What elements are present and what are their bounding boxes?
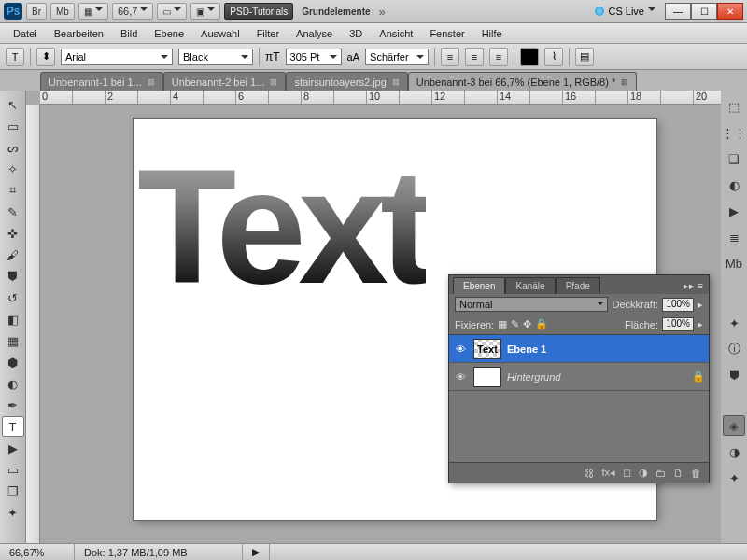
menu-3d[interactable]: 3D (342, 26, 370, 41)
layer-group-icon[interactable]: 🗀 (655, 468, 666, 479)
eyedropper-tool[interactable]: ✎ (2, 202, 24, 222)
stamp-tool[interactable]: ⛊ (2, 266, 24, 287)
layer-fx-icon[interactable]: fx◂ (601, 467, 615, 479)
status-zoom[interactable]: 66,67% (0, 544, 75, 560)
shape-tool[interactable]: ▭ (2, 459, 24, 480)
blend-mode-select[interactable]: Normal (455, 297, 608, 312)
channels-panel-icon[interactable]: ◑ (723, 441, 745, 462)
status-doc-size[interactable]: Dok: 1,37 MB/1,09 MB (75, 544, 243, 560)
bridge-button[interactable]: Br (26, 3, 47, 20)
lock-all-icon[interactable]: 🔒 (535, 318, 548, 330)
brush-panel-icon[interactable]: ✦ (723, 313, 745, 333)
font-size-select[interactable]: 305 Pt (286, 49, 342, 65)
menu-ebene[interactable]: Ebene (147, 26, 191, 41)
font-family-select[interactable]: Arial (61, 49, 173, 65)
layer-mask-icon[interactable]: ◻ (623, 467, 631, 479)
tool-preset-button[interactable]: T (6, 48, 24, 66)
eraser-tool[interactable]: ◧ (2, 309, 24, 329)
menu-ansicht[interactable]: Ansicht (372, 26, 420, 41)
menu-bearbeiten[interactable]: Bearbeiten (47, 26, 111, 41)
close-icon[interactable]: ⊠ (621, 77, 628, 87)
antialias-select[interactable]: Schärfer (365, 49, 429, 65)
pen-tool[interactable]: ✒ (2, 395, 24, 415)
menu-filter[interactable]: Filter (249, 26, 287, 41)
healing-tool[interactable]: ✜ (2, 223, 24, 244)
lock-pixels-icon[interactable]: ✎ (511, 318, 519, 330)
adjustment-layer-icon[interactable]: ◑ (639, 467, 648, 479)
color-panel-icon[interactable]: ⬚ (723, 96, 745, 117)
swatches-panel-icon[interactable]: ⋮⋮ (723, 122, 745, 143)
marquee-tool[interactable]: ▭ (2, 116, 24, 136)
fill-slider-icon[interactable]: ▸ (698, 318, 703, 330)
wand-tool[interactable]: ✧ (2, 159, 24, 179)
3d-tool[interactable]: ❐ (2, 481, 24, 501)
warp-text-button[interactable]: ⌇ (544, 48, 563, 66)
paths-panel-icon[interactable]: ✦ (723, 468, 745, 488)
fill-input[interactable]: 100% (662, 317, 694, 331)
zoom-level[interactable]: 66,7 (112, 3, 153, 20)
workspace-psdtutorials[interactable]: PSD-Tutorials (224, 3, 293, 20)
arrange-button[interactable]: ▭ (157, 3, 187, 20)
align-center-button[interactable]: ≡ (465, 48, 484, 66)
history-brush-tool[interactable]: ↺ (2, 287, 24, 308)
close-button[interactable]: ✕ (717, 3, 743, 20)
doc-tab[interactable]: Unbenannt-1 bei 1...⊠ (40, 72, 163, 91)
layer-name[interactable]: Hintergrund (507, 371, 560, 383)
link-layers-icon[interactable]: ⛓ (584, 468, 594, 479)
doc-tab-active[interactable]: Unbenannt-3 bei 66,7% (Ebene 1, RGB/8) *… (408, 72, 637, 91)
gradient-tool[interactable]: ▦ (2, 330, 24, 351)
menu-bild[interactable]: Bild (113, 26, 145, 41)
3d-camera-tool[interactable]: ✦ (2, 502, 24, 523)
history-panel-icon[interactable]: ≣ (723, 227, 745, 247)
close-icon[interactable]: ⊠ (270, 77, 277, 87)
layer-item[interactable]: 👁 Text Ebene 1 (449, 335, 709, 363)
text-color-swatch[interactable] (520, 48, 539, 66)
doc-tab[interactable]: Unbenannt-2 bei 1...⊠ (163, 72, 287, 91)
align-left-button[interactable]: ≡ (441, 48, 459, 66)
minibridge-panel-icon[interactable]: Mb (723, 253, 745, 273)
brush-tool[interactable]: 🖌 (2, 245, 24, 265)
close-icon[interactable]: ⊠ (392, 77, 400, 87)
delete-layer-icon[interactable]: 🗑 (691, 468, 701, 479)
align-right-button[interactable]: ≡ (489, 48, 508, 66)
styles-panel-icon[interactable]: ❏ (723, 148, 745, 169)
layer-thumbnail[interactable]: Text (473, 339, 501, 359)
move-tool[interactable]: ↖ (2, 94, 24, 115)
layer-name[interactable]: Ebene 1 (507, 343, 546, 355)
minimize-button[interactable]: — (665, 3, 691, 20)
menu-fenster[interactable]: Fenster (422, 26, 472, 41)
menu-analyse[interactable]: Analyse (289, 26, 340, 41)
opacity-slider-icon[interactable]: ▸ (698, 299, 703, 311)
more-workspaces-icon[interactable]: » (379, 5, 386, 19)
path-select-tool[interactable]: ▶ (2, 438, 24, 458)
status-arrow[interactable]: ▶ (243, 544, 270, 560)
new-layer-icon[interactable]: 🗋 (673, 468, 684, 479)
panel-menu-icon[interactable]: ▸▸ ≡ (678, 278, 709, 294)
layer-thumbnail[interactable] (473, 367, 501, 387)
lock-transparency-icon[interactable]: ▦ (498, 318, 507, 330)
menu-datei[interactable]: Datei (6, 26, 45, 41)
screen-mode-button[interactable]: ▣ (190, 3, 220, 20)
cslive-menu-icon[interactable] (648, 7, 655, 15)
crop-tool[interactable]: ⌗ (2, 180, 24, 201)
info-panel-icon[interactable]: ⓘ (723, 339, 745, 359)
menu-hilfe[interactable]: Hilfe (474, 26, 510, 41)
layers-panel-icon[interactable]: ◈ (723, 415, 745, 436)
maximize-button[interactable]: ☐ (691, 3, 717, 20)
lasso-tool[interactable]: ᔕ (2, 137, 24, 158)
character-panel-button[interactable]: ▤ (575, 48, 594, 66)
layer-item[interactable]: 👁 Hintergrund 🔒 (449, 363, 709, 391)
font-style-select[interactable]: Black (178, 49, 253, 65)
minibridge-button[interactable]: Mb (50, 3, 75, 20)
actions-panel-icon[interactable]: ▶ (723, 201, 745, 221)
doc-tab[interactable]: stairsuntoayers2.jpg⊠ (286, 72, 407, 91)
clone-panel-icon[interactable]: ⛊ (723, 365, 745, 385)
menu-auswahl[interactable]: Auswahl (193, 26, 247, 41)
close-icon[interactable]: ⊠ (148, 77, 155, 87)
tab-pfade[interactable]: Pfade (556, 277, 600, 294)
cslive-label[interactable]: CS Live (608, 6, 644, 17)
blur-tool[interactable]: ⬢ (2, 352, 24, 372)
view-extras-button[interactable]: ▦ (78, 3, 108, 20)
adjustments-panel-icon[interactable]: ◐ (723, 175, 745, 195)
dodge-tool[interactable]: ◐ (2, 373, 24, 394)
